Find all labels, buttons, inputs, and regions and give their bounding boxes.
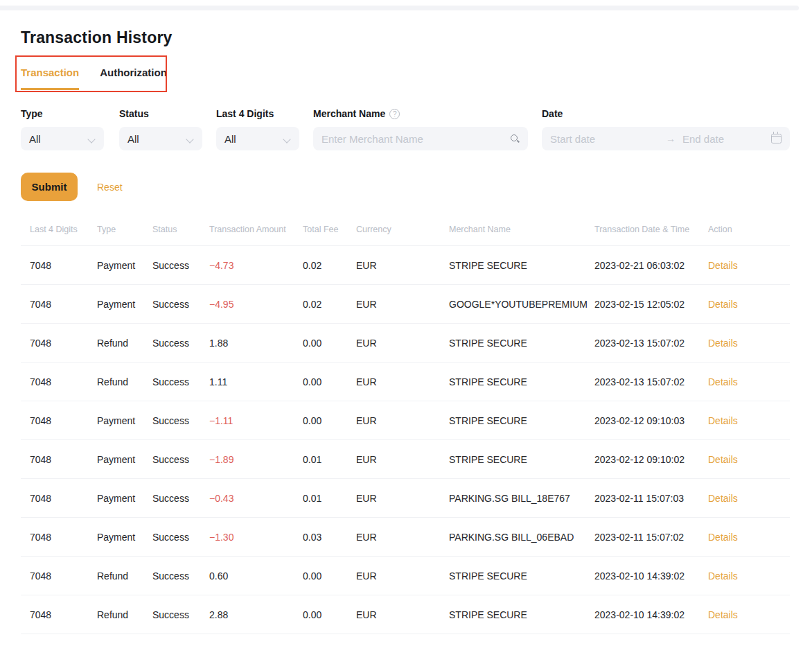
status-cell: Success	[152, 299, 209, 310]
merchant-cell: STRIPE SECURE	[449, 260, 594, 271]
last4-select[interactable]: All	[216, 127, 299, 150]
transaction-amount: −0.43	[209, 493, 303, 504]
type-filter-label: Type	[21, 108, 104, 119]
table-row: 7048 Refund Success 1.88 0.00 EUR STRIPE…	[21, 324, 790, 363]
datetime-cell: 2023-02-12 09:10:03	[594, 415, 708, 426]
merchant-cell: PARKING.SG BILL_18E767	[449, 493, 594, 504]
datetime-cell: 2023-02-11 15:07:03	[594, 493, 708, 504]
currency-cell: EUR	[356, 454, 449, 465]
merchant-filter-label: Merchant Name ?	[313, 108, 528, 119]
details-link[interactable]: Details	[708, 454, 738, 465]
table-row: 7048 Payment Success −4.73 0.02 EUR STRI…	[21, 246, 790, 285]
details-link[interactable]: Details	[708, 376, 738, 387]
col-type: Type	[97, 225, 152, 234]
merchant-cell: PARKING.SG BILL_06EBAD	[449, 532, 594, 543]
calendar-icon[interactable]	[771, 134, 782, 143]
status-filter-group: Status All	[119, 108, 202, 150]
status-cell: Success	[152, 260, 209, 271]
tab-authorization-label: Authorization	[100, 67, 167, 78]
transaction-amount: 1.11	[209, 376, 303, 387]
page-title: Transaction History	[21, 28, 790, 47]
status-cell: Success	[152, 454, 209, 465]
total-fee-cell: 0.00	[303, 338, 356, 349]
type-cell: Refund	[97, 609, 152, 620]
table-row: 7048 Refund Success 1.11 0.00 EUR STRIPE…	[21, 363, 790, 401]
table-row: 7048 Payment Success −1.89 0.01 EUR STRI…	[21, 440, 790, 479]
transaction-amount: −1.89	[209, 454, 303, 465]
details-link[interactable]: Details	[708, 570, 738, 582]
last4-cell: 7048	[30, 532, 97, 543]
start-date-input[interactable]: Start date	[550, 133, 659, 145]
currency-cell: EUR	[356, 493, 449, 504]
datetime-cell: 2023-02-21 06:03:02	[594, 260, 708, 271]
total-fee-cell: 0.01	[303, 454, 356, 465]
total-fee-cell: 0.00	[303, 415, 356, 426]
help-icon[interactable]: ?	[389, 109, 400, 119]
type-filter-group: Type All	[21, 108, 104, 150]
total-fee-cell: 0.00	[303, 609, 356, 620]
col-datetime: Transaction Date & Time	[594, 225, 708, 234]
currency-cell: EUR	[356, 299, 449, 310]
merchant-cell: STRIPE SECURE	[449, 570, 594, 582]
datetime-cell: 2023-02-10 14:39:02	[594, 570, 708, 582]
transaction-amount: 1.88	[209, 338, 303, 349]
transaction-amount: 0.60	[209, 570, 303, 582]
merchant-cell: STRIPE SECURE	[449, 338, 594, 349]
merchant-cell: GOOGLE*YOUTUBEPREMIUM	[449, 299, 594, 310]
transaction-amount: −4.95	[209, 299, 303, 310]
status-cell: Success	[152, 570, 209, 582]
merchant-cell: STRIPE SECURE	[449, 415, 594, 426]
currency-cell: EUR	[356, 415, 449, 426]
status-select[interactable]: All	[119, 127, 202, 150]
total-fee-cell: 0.00	[303, 570, 356, 582]
type-cell: Payment	[97, 299, 152, 310]
last4-cell: 7048	[30, 338, 97, 349]
merchant-cell: STRIPE SECURE	[449, 454, 594, 465]
table-row: 7048 Payment Success −1.11 0.00 EUR STRI…	[21, 401, 790, 440]
status-cell: Success	[152, 532, 209, 543]
submit-button[interactable]: Submit	[21, 173, 78, 201]
details-link[interactable]: Details	[708, 532, 738, 543]
type-cell: Payment	[97, 493, 152, 504]
merchant-cell: STRIPE SECURE	[449, 376, 594, 387]
datetime-cell: 2023-02-12 09:10:02	[594, 454, 708, 465]
tabs-container: Transaction Authorization	[21, 67, 790, 90]
details-link[interactable]: Details	[708, 609, 738, 620]
details-link[interactable]: Details	[708, 299, 738, 310]
table-row: 7048 Payment Success −0.43 0.01 EUR PARK…	[21, 479, 790, 518]
total-fee-cell: 0.02	[303, 299, 356, 310]
col-merchant: Merchant Name	[449, 225, 594, 234]
table-row: 7048 Refund Success 0.60 0.00 EUR STRIPE…	[21, 557, 790, 595]
total-fee-cell: 0.02	[303, 260, 356, 271]
status-cell: Success	[152, 415, 209, 426]
transaction-amount: −1.11	[209, 415, 303, 426]
merchant-filter-group: Merchant Name ? Enter Merchant Name	[313, 108, 528, 150]
last4-select-value: All	[224, 133, 236, 145]
tab-transaction[interactable]: Transaction	[21, 67, 79, 90]
details-link[interactable]: Details	[708, 260, 738, 271]
table-header: Last 4 Digits Type Status Transaction Am…	[21, 225, 790, 246]
details-link[interactable]: Details	[708, 493, 738, 504]
last4-cell: 7048	[30, 570, 97, 582]
type-select-value: All	[29, 133, 41, 145]
last4-filter-group: Last 4 Digits All	[216, 108, 299, 150]
transactions-table: Last 4 Digits Type Status Transaction Am…	[21, 225, 790, 634]
type-cell: Payment	[97, 454, 152, 465]
date-range-picker[interactable]: Start date → End date	[542, 127, 790, 150]
range-arrow-icon: →	[666, 133, 676, 144]
last4-cell: 7048	[30, 376, 97, 387]
currency-cell: EUR	[356, 570, 449, 582]
search-icon[interactable]	[510, 134, 520, 143]
details-link[interactable]: Details	[708, 415, 738, 426]
details-link[interactable]: Details	[708, 338, 738, 349]
type-select[interactable]: All	[21, 127, 104, 150]
merchant-name-input[interactable]: Enter Merchant Name	[313, 127, 528, 150]
type-cell: Refund	[97, 338, 152, 349]
table-row: 7048 Payment Success −1.30 0.03 EUR PARK…	[21, 518, 790, 557]
end-date-input[interactable]: End date	[682, 133, 771, 145]
datetime-cell: 2023-02-13 15:07:02	[594, 376, 708, 387]
last4-cell: 7048	[30, 260, 97, 271]
date-filter-group: Date Start date → End date	[542, 108, 790, 150]
reset-button[interactable]: Reset	[97, 182, 123, 193]
tab-authorization[interactable]: Authorization	[100, 67, 167, 90]
